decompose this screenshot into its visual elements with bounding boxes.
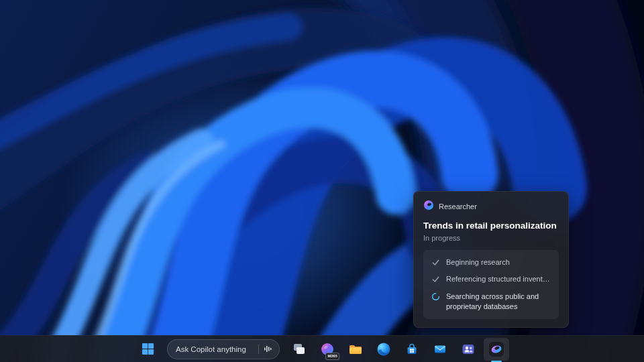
step-label: Searching across public and proprietary … [446, 292, 551, 312]
start-button[interactable] [135, 338, 160, 361]
task-status: In progress [423, 234, 559, 242]
task-title: Trends in retail personalization [423, 221, 559, 231]
check-icon [431, 258, 440, 267]
edge-icon [376, 342, 391, 357]
copilot-search-box[interactable] [167, 339, 280, 359]
search-input[interactable] [176, 345, 254, 353]
step-label: Referencing structured invention d... [446, 274, 551, 284]
desktop: Researcher Trends in retail personalizat… [0, 0, 644, 362]
researcher-card-header: Researcher [423, 200, 559, 213]
teams-icon [461, 342, 476, 357]
search-divider [258, 345, 259, 354]
taskbar-app-outlook[interactable] [427, 338, 453, 361]
taskbar-app-m365-copilot[interactable]: M365 [315, 338, 340, 361]
taskbar-app-microsoft-store[interactable] [399, 338, 425, 361]
outlook-icon [433, 342, 447, 357]
researcher-app-name: Researcher [439, 202, 477, 210]
researcher-progress-card[interactable]: Researcher Trends in retail personalizat… [413, 191, 569, 328]
spinner-icon [431, 292, 440, 301]
microsoft-store-icon [405, 342, 419, 357]
task-view-icon [292, 342, 307, 357]
windows-start-icon [142, 343, 154, 355]
progress-step: Referencing structured invention d... [431, 274, 551, 284]
taskbar-app-file-explorer[interactable] [343, 338, 368, 361]
check-icon [431, 275, 440, 284]
taskbar-center-group: M365 [135, 336, 509, 362]
progress-step: Searching across public and proprietary … [431, 292, 551, 312]
taskbar-app-task-view[interactable] [286, 338, 312, 361]
taskbar: M365 [0, 335, 644, 362]
taskbar-app-teams[interactable] [455, 338, 481, 361]
researcher-app-icon [423, 200, 434, 213]
taskbar-app-copilot[interactable] [484, 338, 509, 361]
step-label: Beginning research [446, 257, 510, 267]
taskbar-app-edge[interactable] [371, 338, 396, 361]
progress-steps-panel: Beginning research Referencing structure… [423, 250, 559, 319]
copilot-icon [488, 341, 504, 357]
file-explorer-icon [348, 342, 363, 357]
m365-badge: M365 [325, 353, 339, 360]
voice-input-icon[interactable] [264, 345, 272, 353]
progress-step: Beginning research [431, 257, 551, 267]
